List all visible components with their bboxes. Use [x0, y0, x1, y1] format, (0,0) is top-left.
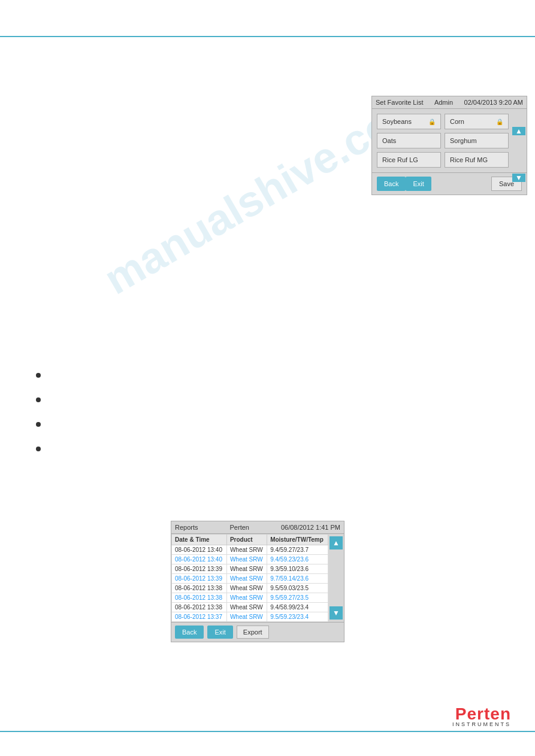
reports-footer: Back Exit Export [171, 622, 344, 642]
bullet-item-2 [36, 396, 48, 402]
fav-panel-header: Set Favorite List Admin 02/04/2013 9:20 … [372, 96, 527, 109]
bullet-item-1 [36, 371, 48, 378]
cell-product: Wheat SRW [226, 574, 267, 584]
cell-datetime: 08-06-2012 13:37 [172, 612, 227, 622]
cell-datetime: 08-06-2012 13:38 [172, 584, 227, 593]
fav-exit-button[interactable]: Exit [406, 177, 431, 191]
reports-panel-container: Reports Perten 06/08/2012 1:41 PM Date &… [171, 521, 344, 642]
cell-datetime: 08-06-2012 13:38 [172, 593, 227, 603]
col-moisture: Moisture/TW/Temp [267, 535, 328, 545]
reports-table-row[interactable]: 08-06-2012 13:37 Wheat SRW 9.5/59.23/23.… [172, 612, 328, 622]
reports-header: Reports Perten 06/08/2012 1:41 PM [171, 521, 344, 534]
lock-icon: 🔒 [428, 119, 436, 125]
cell-value: 9.3/59.10/23.6 [267, 564, 328, 574]
reports-scroll-arrows: ▲ ▼ [328, 534, 344, 622]
reports-user: Perten [230, 524, 249, 531]
fav-panel-user: Admin [434, 99, 453, 106]
fav-btn-corn[interactable]: Corn 🔒 [445, 114, 509, 129]
col-datetime: Date & Time [172, 535, 227, 545]
cell-value: 9.4/59.27/23.7 [267, 545, 328, 555]
bottom-divider [0, 731, 535, 732]
reports-table-wrapper: Date & Time Product Moisture/TW/Temp 08-… [171, 534, 344, 622]
logo-instruments: INSTRUMENTS [452, 721, 511, 727]
reports-title: Reports [175, 524, 198, 531]
reports-datetime: 06/08/2012 1:41 PM [281, 524, 340, 531]
reports-table-row[interactable]: 08-06-2012 13:39 Wheat SRW 9.3/59.10/23.… [172, 564, 328, 574]
fav-buttons-grid: Soybeans 🔒 Corn 🔒 Oats Sorghum Rice Ruf … [372, 109, 527, 172]
reports-table-row[interactable]: 08-06-2012 13:40 Wheat SRW 9.4/59.23/23.… [172, 555, 328, 564]
reports-table-row[interactable]: 08-06-2012 13:40 Wheat SRW 9.4/59.27/23.… [172, 545, 328, 555]
reports-table-row[interactable]: 08-06-2012 13:39 Wheat SRW 9.7/59.14/23.… [172, 574, 328, 584]
perten-logo: Perten INSTRUMENTS [452, 705, 511, 727]
cell-value: 9.5/59.27/23.5 [267, 593, 328, 603]
cell-value: 9.5/59.23/23.4 [267, 612, 328, 622]
fav-btn-oats[interactable]: Oats [377, 133, 441, 148]
reports-export-button[interactable]: Export [237, 626, 269, 639]
cell-product: Wheat SRW [226, 612, 267, 622]
reports-back-button[interactable]: Back [175, 626, 204, 639]
bullet-item-4 [36, 445, 48, 451]
cell-datetime: 08-06-2012 13:38 [172, 603, 227, 612]
fav-panel-footer: Back Exit Save [372, 172, 527, 195]
top-divider [0, 36, 535, 37]
cell-product: Wheat SRW [226, 564, 267, 574]
fav-btn-sorghum[interactable]: Sorghum [445, 133, 509, 148]
reports-panel: Reports Perten 06/08/2012 1:41 PM Date &… [171, 521, 344, 642]
cell-datetime: 08-06-2012 13:40 [172, 555, 227, 564]
bullet-list [36, 371, 48, 469]
reports-table: Date & Time Product Moisture/TW/Temp 08-… [171, 534, 328, 622]
cell-value: 9.7/59.14/23.6 [267, 574, 328, 584]
fav-btn-rice-ruf-mg[interactable]: Rice Ruf MG [445, 152, 509, 168]
reports-table-row[interactable]: 08-06-2012 13:38 Wheat SRW 9.5/59.03/23.… [172, 584, 328, 593]
cell-value: 9.5/59.03/23.5 [267, 584, 328, 593]
reports-scroll-down-button[interactable]: ▼ [330, 606, 343, 620]
fav-panel-container: Set Favorite List Admin 02/04/2013 9:20 … [371, 96, 527, 195]
cell-value: 9.4/59.23/23.6 [267, 555, 328, 564]
cell-product: Wheat SRW [226, 555, 267, 564]
cell-datetime: 08-06-2012 13:39 [172, 564, 227, 574]
cell-product: Wheat SRW [226, 584, 267, 593]
cell-product: Wheat SRW [226, 593, 267, 603]
fav-scroll-up-button[interactable]: ▲ [512, 127, 525, 135]
cell-datetime: 08-06-2012 13:39 [172, 574, 227, 584]
bullet-dot-2 [36, 397, 41, 402]
fav-btn-soybeans[interactable]: Soybeans 🔒 [377, 114, 441, 129]
fav-btn-rice-ruf-lg[interactable]: Rice Ruf LG [377, 152, 441, 168]
cell-product: Wheat SRW [226, 545, 267, 555]
fav-panel-datetime: 02/04/2013 9:20 AM [464, 99, 523, 106]
reports-table-row[interactable]: 08-06-2012 13:38 Wheat SRW 9.4/58.99/23.… [172, 603, 328, 612]
fav-back-button[interactable]: Back [377, 177, 406, 191]
col-product: Product [226, 535, 267, 545]
cell-product: Wheat SRW [226, 603, 267, 612]
reports-exit-button[interactable]: Exit [207, 626, 232, 639]
fav-scroll-arrows: ▲ ▼ [511, 109, 527, 172]
bullet-dot-1 [36, 373, 41, 378]
fav-scroll-down-button[interactable]: ▼ [512, 174, 525, 182]
cell-datetime: 08-06-2012 13:40 [172, 545, 227, 555]
reports-table-row[interactable]: 08-06-2012 13:38 Wheat SRW 9.5/59.27/23.… [172, 593, 328, 603]
reports-scroll-up-button[interactable]: ▲ [330, 536, 343, 549]
lock-icon: 🔒 [496, 119, 503, 125]
reports-table-header-row: Date & Time Product Moisture/TW/Temp [172, 535, 328, 545]
fav-panel-title: Set Favorite List [376, 99, 423, 106]
bullet-item-3 [36, 420, 48, 427]
bullet-dot-3 [36, 422, 41, 427]
bullet-dot-4 [36, 447, 41, 451]
cell-value: 9.4/58.99/23.4 [267, 603, 328, 612]
